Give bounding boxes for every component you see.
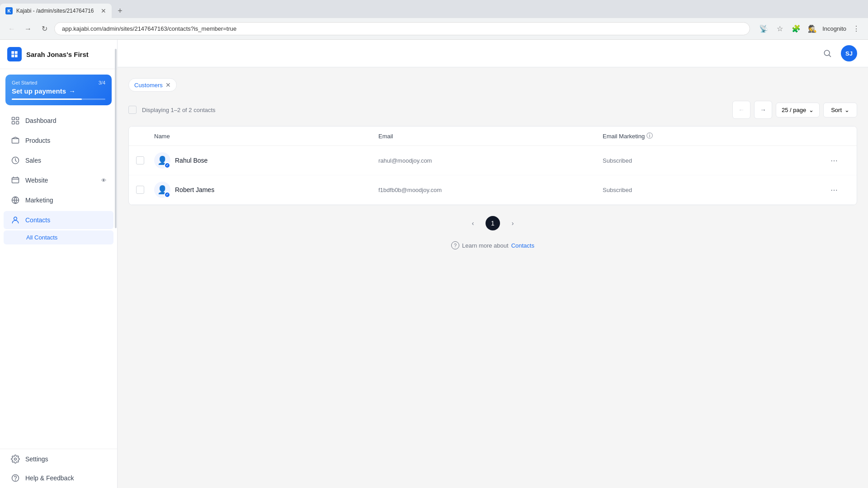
table-header-row: Name Email Email Marketing ⓘ [129, 127, 857, 146]
sidebar-item-contacts-label: Contacts [25, 216, 50, 224]
next-page-button[interactable]: → [754, 101, 772, 119]
sidebar-item-settings[interactable]: Settings [4, 450, 113, 468]
incognito-label: Incognito [822, 25, 846, 32]
svg-rect-2 [12, 122, 15, 124]
tab-close-button[interactable]: ✕ [101, 7, 106, 14]
contact-2-name-cell: 👤 Robert James [154, 182, 378, 198]
per-page-select[interactable]: 25 / page ⌄ [776, 103, 820, 117]
filter-tag-close-button[interactable]: ✕ [165, 81, 171, 89]
pagination-next-button[interactable]: › [505, 216, 520, 230]
active-tab[interactable]: K Kajabi - /admin/sites/214764716 ✕ [0, 4, 112, 18]
header-email: Email [378, 132, 603, 140]
logo-icon [10, 50, 19, 59]
menu-button[interactable]: ⋮ [850, 23, 863, 35]
back-button[interactable]: ← [5, 23, 18, 35]
contact-1-avatar: 👤 [154, 152, 170, 169]
app-logo[interactable] [7, 47, 22, 61]
contact-2-name[interactable]: Robert James [175, 186, 214, 193]
sidebar-item-dashboard-label: Dashboard [25, 117, 57, 124]
contact-2-more-button[interactable]: ⋯ [827, 183, 841, 197]
header-name: Name [154, 132, 378, 140]
svg-point-7 [14, 217, 17, 220]
sidebar-item-products-label: Products [25, 137, 50, 144]
search-button[interactable] [819, 45, 835, 61]
info-icon[interactable]: ⓘ [646, 132, 653, 140]
svg-point-10 [15, 480, 16, 480]
table-row: 👤 Robert James f1bdfb0b@moodjoy.com Subs… [129, 175, 857, 205]
dashboard-icon [11, 116, 20, 125]
main-header: SJ [118, 40, 868, 67]
address-bar[interactable]: app.kajabi.com/admin/sites/2147647163/co… [54, 22, 750, 35]
svg-point-11 [824, 50, 830, 56]
svg-rect-5 [12, 178, 19, 183]
sort-label: Sort [831, 107, 842, 113]
sidebar-header: Sarah Jonas's First [0, 40, 117, 69]
avatar-initials: SJ [845, 50, 853, 57]
scrollbar[interactable] [114, 40, 117, 488]
refresh-button[interactable]: ↻ [38, 23, 51, 35]
row-1-checkbox[interactable] [136, 156, 144, 164]
sidebar-bottom: Settings Help & Feedback [0, 449, 117, 488]
get-started-label: Get Started 3/4 [12, 80, 105, 85]
per-page-chevron-icon: ⌄ [809, 107, 814, 113]
contact-2-verified-badge [164, 192, 170, 198]
learn-more-link[interactable]: Contacts [511, 242, 534, 249]
incognito-button[interactable]: 🕵 [806, 23, 819, 35]
new-tab-button[interactable]: + [113, 5, 126, 17]
sidebar-sub-item-all-contacts[interactable]: All Contacts [4, 230, 113, 244]
svg-point-8 [14, 458, 17, 460]
filter-bar: Customers ✕ [128, 78, 857, 92]
filter-tag-label: Customers [134, 82, 163, 89]
contact-1-name[interactable]: Rahul Bose [175, 157, 208, 164]
sidebar-item-contacts[interactable]: Contacts [4, 211, 113, 229]
contact-2-email: f1bdfb0b@moodjoy.com [378, 187, 603, 193]
sidebar: Sarah Jonas's First Get Started 3/4 Set … [0, 40, 118, 488]
help-icon [11, 474, 20, 483]
svg-rect-1 [16, 117, 19, 120]
sidebar-item-products[interactable]: Products [4, 131, 113, 150]
contact-1-email: rahul@moodjoy.com [378, 157, 603, 164]
avatar[interactable]: SJ [841, 45, 857, 61]
sidebar-item-marketing-label: Marketing [25, 197, 53, 204]
contact-1-more-button[interactable]: ⋯ [827, 153, 841, 168]
contact-1-name-cell: 👤 Rahul Bose [154, 152, 378, 169]
get-started-title: Set up payments → [12, 87, 105, 95]
svg-rect-0 [12, 117, 15, 120]
select-all-checkbox[interactable] [128, 106, 137, 114]
sort-chevron-icon: ⌄ [844, 107, 849, 113]
website-icon [11, 176, 20, 185]
sidebar-item-website[interactable]: Website 👁 [4, 171, 113, 189]
contacts-icon [11, 216, 20, 225]
sidebar-item-help[interactable]: Help & Feedback [4, 469, 113, 487]
progress-bar [12, 99, 105, 100]
table-info: Displaying 1–2 of 2 contacts [128, 106, 732, 114]
header-checkbox-cell [136, 132, 154, 140]
customers-filter-tag[interactable]: Customers ✕ [128, 78, 177, 92]
pagination-prev-button[interactable]: ‹ [466, 216, 480, 230]
progress-fill [12, 99, 82, 100]
forward-button[interactable]: → [22, 23, 34, 35]
contacts-content: Customers ✕ Displaying 1–2 of 2 contacts… [118, 67, 868, 488]
sidebar-item-settings-label: Settings [25, 455, 48, 463]
sidebar-item-website-label: Website [25, 177, 48, 184]
tab-favicon: K [5, 7, 13, 14]
row-2-checkbox[interactable] [136, 186, 144, 194]
products-icon [11, 136, 20, 145]
table-row: 👤 Rahul Bose rahul@moodjoy.com Subscribe… [129, 146, 857, 175]
sidebar-item-marketing[interactable]: Marketing [4, 191, 113, 209]
sidebar-item-sales-label: Sales [25, 157, 41, 164]
bookmark-button[interactable]: ☆ [774, 23, 786, 35]
sort-button[interactable]: Sort ⌄ [823, 103, 857, 117]
header-actions-cell [827, 132, 849, 140]
cast-button[interactable]: 📡 [757, 23, 770, 35]
address-text: app.kajabi.com/admin/sites/2147647163/co… [62, 25, 236, 32]
extensions-button[interactable]: 🧩 [790, 23, 802, 35]
prev-page-button[interactable]: ← [732, 101, 750, 119]
sidebar-item-sales[interactable]: Sales [4, 151, 113, 169]
sidebar-item-dashboard[interactable]: Dashboard [4, 112, 113, 130]
get-started-card[interactable]: Get Started 3/4 Set up payments → [5, 75, 112, 105]
svg-rect-3 [16, 122, 19, 124]
sales-icon [11, 156, 20, 165]
pagination-footer: ‹ 1 › [128, 216, 857, 230]
table-controls: Displaying 1–2 of 2 contacts ← → 25 / pa… [128, 101, 857, 119]
